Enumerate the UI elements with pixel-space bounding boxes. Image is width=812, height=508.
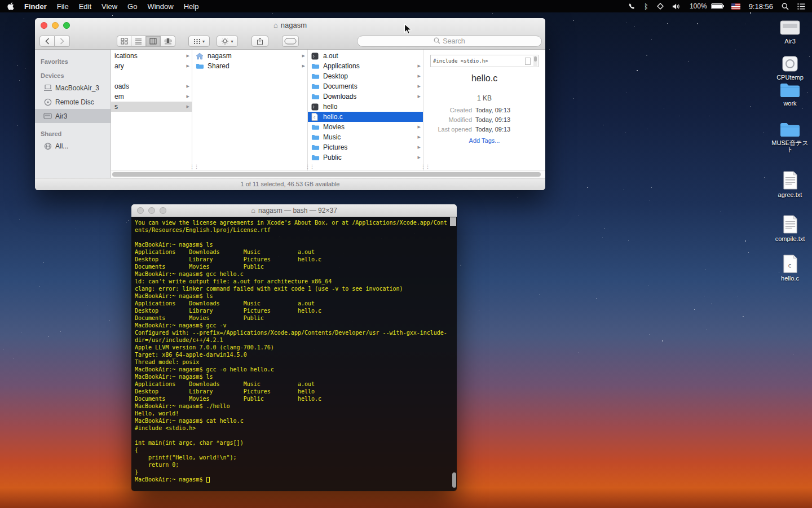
terminal-line: Target: x86_64-apple-darwin14.5.0: [135, 351, 457, 358]
file-item-downloads[interactable]: Downloads▶: [308, 91, 423, 102]
terminal-line: Configured with: --prefix=/Applications/…: [135, 329, 457, 336]
folder-proxy-icon[interactable]: ⌂: [251, 206, 255, 214]
chevron-right-icon: ▶: [418, 145, 421, 150]
terminal-titlebar[interactable]: ⌂nagasm — bash — 92×37: [131, 204, 457, 217]
arrange-menu-button[interactable]: ▾: [188, 36, 210, 47]
terminal-line: MacBookAir:~ nagasm$ gcc -o hello hello.…: [135, 366, 457, 373]
file-item-hello-c[interactable]: chello.c: [308, 112, 423, 122]
file-item-ary[interactable]: ary▶: [111, 61, 192, 71]
terminal-content[interactable]: You can view the license agreements in X…: [131, 217, 457, 491]
file-item-hello[interactable]: hello: [308, 102, 423, 112]
zoom-button[interactable]: [160, 207, 166, 214]
action-menu-button[interactable]: ▾: [217, 36, 238, 47]
file-item-shared[interactable]: Shared▶: [192, 61, 307, 71]
sidebar-item-all[interactable]: All...: [35, 139, 111, 153]
desktop-icon-agree-txt[interactable]: agree.txt: [768, 169, 812, 198]
finder-window: ⌂nagasm ▾ ▾ Search: [35, 18, 545, 190]
chevron-right-icon: ▶: [187, 64, 189, 68]
menu-window[interactable]: Window: [142, 2, 178, 11]
file-item-applications[interactable]: Applications▶: [308, 61, 423, 71]
info-label: Last opened: [430, 125, 475, 134]
add-tags-link[interactable]: Add Tags...: [430, 137, 539, 144]
coverflow-view-button[interactable]: [161, 36, 175, 47]
file-item-em[interactable]: em▶: [111, 91, 192, 102]
back-button[interactable]: [39, 36, 55, 47]
column-resize-grip[interactable]: ⋮⋮: [189, 164, 198, 169]
preview-scrollbar[interactable]: [533, 56, 537, 66]
share-button[interactable]: [251, 36, 268, 47]
sidebar-item-remote-disc[interactable]: Remote Disc: [35, 95, 111, 109]
file-item-ications[interactable]: ications▶: [111, 51, 192, 61]
notification-center-icon[interactable]: [797, 3, 805, 10]
minimize-button[interactable]: [148, 207, 155, 214]
column-divider[interactable]: ⋮⋮: [423, 50, 423, 178]
file-item-pictures[interactable]: Pictures▶: [308, 142, 423, 152]
sidebar-section-favorites: Favorites: [35, 58, 111, 65]
sidebar-item-air3[interactable]: Air3: [35, 109, 111, 123]
menu-go[interactable]: Go: [122, 2, 142, 11]
column-divider[interactable]: ⋮⋮: [192, 50, 192, 178]
terminal-scrollbar-thumb[interactable]: [452, 472, 456, 488]
chevron-right-icon: ▶: [418, 94, 421, 99]
menu-finder[interactable]: Finder: [19, 2, 52, 11]
terminal-line: return 0;: [135, 461, 457, 468]
column-resize-grip[interactable]: ⋮⋮: [305, 164, 314, 169]
sidebar-item-macbookair-3[interactable]: MacBookAir_3: [35, 81, 111, 95]
file-item-s[interactable]: s▶: [111, 102, 192, 112]
column-divider[interactable]: ⋮⋮: [307, 50, 308, 178]
search-input[interactable]: Search: [357, 36, 542, 47]
handoff-phone-icon[interactable]: [628, 3, 636, 10]
zoom-button[interactable]: [63, 22, 70, 29]
chevron-down-icon: ▾: [231, 39, 233, 44]
icon-view-button[interactable]: [117, 36, 131, 47]
close-button[interactable]: [137, 207, 144, 214]
file-item-desktop[interactable]: Desktop▶: [308, 71, 423, 81]
desktop-icon-work[interactable]: work: [768, 78, 812, 107]
info-row-last-opened: Last openedToday, 09:13: [430, 125, 539, 134]
chevron-right-icon: ▶: [418, 155, 421, 160]
close-button[interactable]: [41, 22, 47, 29]
laptop-icon: [42, 84, 53, 91]
horizontal-scrollbar[interactable]: [111, 170, 545, 178]
menu-clock[interactable]: 9:18:56: [749, 2, 773, 11]
volume-icon[interactable]: [672, 3, 681, 10]
minimize-button[interactable]: [52, 22, 59, 29]
file-item-oads[interactable]: oads▶: [111, 81, 192, 91]
desktop-icon-muse[interactable]: MUSE音テスト: [768, 117, 812, 153]
preview-first-line: #include <stdio.h>: [433, 58, 525, 64]
file-item-label: hello: [323, 103, 421, 111]
airdrop-icon[interactable]: [657, 3, 664, 10]
terminal-line: Documents Movies Public: [135, 314, 457, 322]
file-item-music[interactable]: Music▶: [308, 132, 423, 142]
file-item-documents[interactable]: Documents▶: [308, 81, 423, 91]
folder-proxy-icon[interactable]: ⌂: [273, 21, 278, 29]
edit-tags-button[interactable]: [282, 36, 299, 47]
desktop-icon-hello-c[interactable]: chello.c: [768, 253, 812, 282]
terminal-scrollbar[interactable]: [451, 217, 457, 491]
file-item-public[interactable]: Public▶: [308, 152, 423, 163]
finder-titlebar[interactable]: ⌂nagasm: [35, 18, 545, 33]
desktop-icon-air3[interactable]: Air3: [768, 16, 812, 45]
list-view-button[interactable]: [131, 36, 146, 47]
input-source-flag-icon[interactable]: [731, 3, 740, 10]
menu-help[interactable]: Help: [179, 2, 204, 11]
spotlight-icon[interactable]: [782, 3, 789, 10]
column-resize-grip[interactable]: ⋮⋮: [421, 164, 430, 169]
forward-button[interactable]: [55, 36, 70, 47]
apple-menu-icon[interactable]: [7, 2, 15, 10]
battery-icon[interactable]: [711, 3, 723, 9]
desktop-icon-compile-txt[interactable]: compile.txt: [768, 213, 812, 242]
desktop-icon-label: work: [783, 100, 796, 107]
file-item-a-out[interactable]: a.out: [308, 51, 423, 61]
menu-edit[interactable]: Edit: [74, 2, 96, 11]
file-item-item[interactable]: [111, 71, 192, 81]
file-item-nagasm[interactable]: nagasm▶: [192, 51, 307, 61]
menu-file[interactable]: File: [52, 2, 74, 11]
bluetooth-icon[interactable]: ᛒ: [644, 2, 648, 11]
desktop-icon-cputemp[interactable]: CPUtemp: [768, 52, 812, 81]
file-item-movies[interactable]: Movies▶: [308, 122, 423, 132]
column-view-button[interactable]: [146, 36, 161, 47]
menu-view[interactable]: View: [96, 2, 122, 11]
horizontal-scrollbar-thumb[interactable]: [112, 172, 541, 177]
exec-icon: [311, 103, 321, 111]
